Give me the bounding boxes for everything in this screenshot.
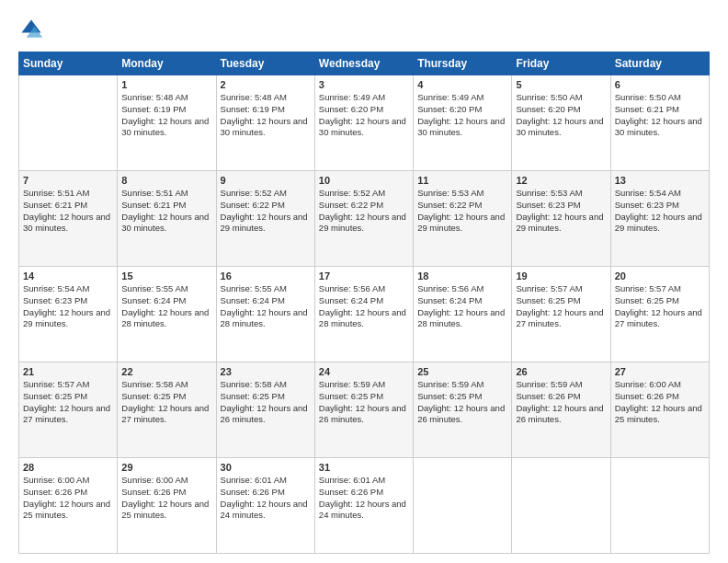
calendar-cell: 4Sunrise: 5:49 AM Sunset: 6:20 PM Daylig… [414, 75, 512, 171]
day-number: 5 [516, 79, 606, 90]
day-number: 7 [23, 175, 113, 186]
day-number: 4 [417, 79, 507, 90]
weekday-header-saturday: Saturday [610, 52, 709, 75]
calendar-cell: 20Sunrise: 5:57 AM Sunset: 6:25 PM Dayli… [610, 267, 709, 362]
day-info: Sunrise: 6:01 AM Sunset: 6:26 PM Dayligh… [221, 475, 311, 522]
day-number: 25 [417, 366, 507, 377]
header-row: SundayMondayTuesdayWednesdayThursdayFrid… [19, 52, 710, 75]
day-info: Sunrise: 5:50 AM Sunset: 6:20 PM Dayligh… [516, 92, 606, 139]
day-info: Sunrise: 5:59 AM Sunset: 6:25 PM Dayligh… [319, 379, 409, 426]
calendar-cell: 30Sunrise: 6:01 AM Sunset: 6:26 PM Dayli… [216, 458, 314, 554]
calendar-cell [610, 458, 709, 554]
day-info: Sunrise: 5:59 AM Sunset: 6:25 PM Dayligh… [417, 379, 507, 426]
day-info: Sunrise: 5:48 AM Sunset: 6:19 PM Dayligh… [121, 92, 211, 139]
calendar-cell: 10Sunrise: 5:52 AM Sunset: 6:22 PM Dayli… [314, 171, 413, 267]
calendar-cell: 15Sunrise: 5:55 AM Sunset: 6:24 PM Dayli… [118, 267, 216, 362]
day-number: 20 [615, 270, 705, 282]
day-number: 13 [615, 175, 705, 186]
day-number: 16 [221, 270, 311, 282]
day-info: Sunrise: 5:57 AM Sunset: 6:25 PM Dayligh… [615, 283, 705, 330]
day-number: 27 [615, 366, 705, 377]
day-number: 1 [121, 79, 211, 90]
day-info: Sunrise: 5:55 AM Sunset: 6:24 PM Dayligh… [121, 283, 211, 330]
calendar-cell: 7Sunrise: 5:51 AM Sunset: 6:21 PM Daylig… [19, 171, 118, 267]
weekday-header-monday: Monday [118, 52, 216, 75]
calendar-cell: 16Sunrise: 5:55 AM Sunset: 6:24 PM Dayli… [216, 267, 314, 362]
page: SundayMondayTuesdayWednesdayThursdayFrid… [0, 0, 728, 563]
day-number: 26 [516, 366, 606, 377]
calendar-cell [512, 458, 610, 554]
calendar-cell: 31Sunrise: 6:01 AM Sunset: 6:26 PM Dayli… [314, 458, 413, 554]
day-info: Sunrise: 5:57 AM Sunset: 6:25 PM Dayligh… [516, 283, 606, 330]
day-number: 29 [121, 462, 211, 473]
calendar-cell: 25Sunrise: 5:59 AM Sunset: 6:25 PM Dayli… [414, 362, 512, 458]
day-info: Sunrise: 5:58 AM Sunset: 6:25 PM Dayligh… [121, 379, 211, 426]
day-number: 3 [319, 79, 409, 90]
calendar-cell: 2Sunrise: 5:48 AM Sunset: 6:19 PM Daylig… [216, 75, 314, 171]
day-info: Sunrise: 5:49 AM Sunset: 6:20 PM Dayligh… [417, 92, 507, 139]
calendar-cell: 5Sunrise: 5:50 AM Sunset: 6:20 PM Daylig… [512, 75, 610, 171]
calendar-cell: 24Sunrise: 5:59 AM Sunset: 6:25 PM Dayli… [314, 362, 413, 458]
logo-icon [18, 17, 44, 42]
calendar-cell: 8Sunrise: 5:51 AM Sunset: 6:21 PM Daylig… [118, 171, 216, 267]
day-number: 19 [516, 270, 606, 282]
day-info: Sunrise: 5:56 AM Sunset: 6:24 PM Dayligh… [417, 283, 507, 330]
calendar-cell: 17Sunrise: 5:56 AM Sunset: 6:24 PM Dayli… [314, 267, 413, 362]
day-info: Sunrise: 5:54 AM Sunset: 6:23 PM Dayligh… [615, 188, 705, 235]
calendar-week-5: 28Sunrise: 6:00 AM Sunset: 6:26 PM Dayli… [19, 458, 710, 554]
calendar-cell: 22Sunrise: 5:58 AM Sunset: 6:25 PM Dayli… [118, 362, 216, 458]
day-info: Sunrise: 5:52 AM Sunset: 6:22 PM Dayligh… [221, 188, 311, 235]
calendar-cell: 6Sunrise: 5:50 AM Sunset: 6:21 PM Daylig… [610, 75, 709, 171]
calendar-cell: 26Sunrise: 5:59 AM Sunset: 6:26 PM Dayli… [512, 362, 610, 458]
day-info: Sunrise: 5:53 AM Sunset: 6:22 PM Dayligh… [417, 188, 507, 235]
calendar-table: SundayMondayTuesdayWednesdayThursdayFrid… [18, 52, 710, 554]
day-number: 21 [23, 366, 113, 377]
day-number: 10 [319, 175, 409, 186]
day-number: 9 [221, 175, 311, 186]
weekday-header-tuesday: Tuesday [216, 52, 314, 75]
calendar-cell [19, 75, 118, 171]
calendar-cell: 29Sunrise: 6:00 AM Sunset: 6:26 PM Dayli… [118, 458, 216, 554]
day-info: Sunrise: 5:59 AM Sunset: 6:26 PM Dayligh… [516, 379, 606, 426]
weekday-header-thursday: Thursday [414, 52, 512, 75]
calendar-cell: 9Sunrise: 5:52 AM Sunset: 6:22 PM Daylig… [216, 171, 314, 267]
weekday-header-sunday: Sunday [19, 52, 118, 75]
logo [18, 17, 48, 42]
calendar-cell: 27Sunrise: 6:00 AM Sunset: 6:26 PM Dayli… [610, 362, 709, 458]
day-info: Sunrise: 6:00 AM Sunset: 6:26 PM Dayligh… [615, 379, 705, 426]
calendar-week-1: 1Sunrise: 5:48 AM Sunset: 6:19 PM Daylig… [19, 75, 710, 171]
day-info: Sunrise: 5:57 AM Sunset: 6:25 PM Dayligh… [23, 379, 113, 426]
calendar-cell: 11Sunrise: 5:53 AM Sunset: 6:22 PM Dayli… [414, 171, 512, 267]
day-info: Sunrise: 5:55 AM Sunset: 6:24 PM Dayligh… [221, 283, 311, 330]
day-info: Sunrise: 6:00 AM Sunset: 6:26 PM Dayligh… [121, 475, 211, 522]
day-number: 30 [221, 462, 311, 473]
weekday-header-friday: Friday [512, 52, 610, 75]
calendar-week-3: 14Sunrise: 5:54 AM Sunset: 6:23 PM Dayli… [19, 267, 710, 362]
calendar-cell: 12Sunrise: 5:53 AM Sunset: 6:23 PM Dayli… [512, 171, 610, 267]
calendar-cell: 18Sunrise: 5:56 AM Sunset: 6:24 PM Dayli… [414, 267, 512, 362]
day-info: Sunrise: 5:52 AM Sunset: 6:22 PM Dayligh… [319, 188, 409, 235]
day-info: Sunrise: 5:56 AM Sunset: 6:24 PM Dayligh… [319, 283, 409, 330]
day-info: Sunrise: 5:51 AM Sunset: 6:21 PM Dayligh… [23, 188, 113, 235]
calendar-cell: 28Sunrise: 6:00 AM Sunset: 6:26 PM Dayli… [19, 458, 118, 554]
day-number: 8 [121, 175, 211, 186]
calendar-cell: 13Sunrise: 5:54 AM Sunset: 6:23 PM Dayli… [610, 171, 709, 267]
day-info: Sunrise: 5:48 AM Sunset: 6:19 PM Dayligh… [221, 92, 311, 139]
day-info: Sunrise: 6:01 AM Sunset: 6:26 PM Dayligh… [319, 475, 409, 522]
day-number: 12 [516, 175, 606, 186]
calendar-week-4: 21Sunrise: 5:57 AM Sunset: 6:25 PM Dayli… [19, 362, 710, 458]
day-number: 31 [319, 462, 409, 473]
day-info: Sunrise: 5:53 AM Sunset: 6:23 PM Dayligh… [516, 188, 606, 235]
day-number: 23 [221, 366, 311, 377]
day-info: Sunrise: 5:58 AM Sunset: 6:25 PM Dayligh… [221, 379, 311, 426]
calendar-cell: 1Sunrise: 5:48 AM Sunset: 6:19 PM Daylig… [118, 75, 216, 171]
day-number: 2 [221, 79, 311, 90]
calendar-week-2: 7Sunrise: 5:51 AM Sunset: 6:21 PM Daylig… [19, 171, 710, 267]
calendar-cell: 3Sunrise: 5:49 AM Sunset: 6:20 PM Daylig… [314, 75, 413, 171]
day-info: Sunrise: 5:50 AM Sunset: 6:21 PM Dayligh… [615, 92, 705, 139]
day-number: 11 [417, 175, 507, 186]
day-number: 15 [121, 270, 211, 282]
day-info: Sunrise: 6:00 AM Sunset: 6:26 PM Dayligh… [23, 475, 113, 522]
day-number: 22 [121, 366, 211, 377]
weekday-header-wednesday: Wednesday [314, 52, 413, 75]
